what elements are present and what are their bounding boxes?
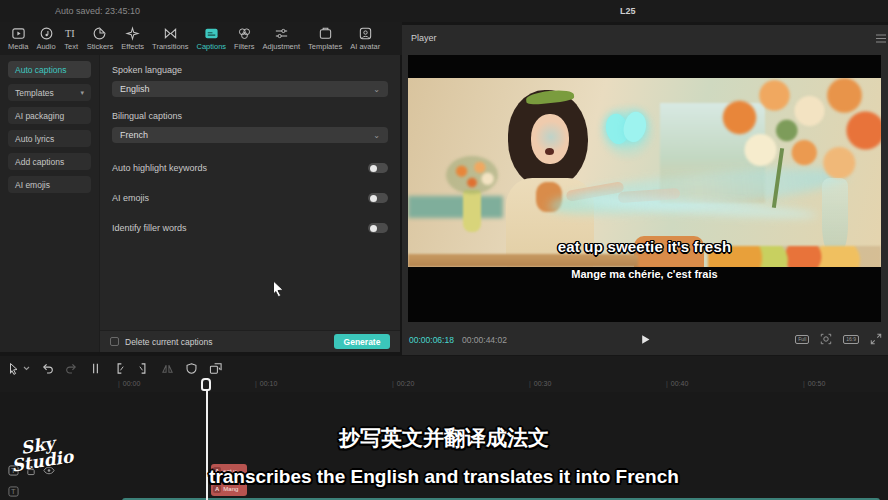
- bilingual-captions-label: Bilingual captions: [112, 111, 388, 121]
- toolbar-item-templates[interactable]: Templates: [304, 22, 346, 55]
- media-icon: [11, 26, 26, 41]
- delete-right-icon[interactable]: [137, 362, 150, 375]
- templates-icon: [318, 26, 333, 41]
- toolbar-item-text[interactable]: TI Text: [60, 22, 83, 55]
- menu-icon[interactable]: [876, 34, 886, 43]
- burned-subtitle-english: transcribes the English and translates i…: [0, 466, 888, 488]
- timeline-toolbar: [8, 359, 223, 377]
- timeline-ruler[interactable]: |00:00 |00:10 |00:20 |00:30 |00:40 |00:5…: [0, 378, 888, 392]
- video-caption-primary: eat up sweetie it's fresh: [408, 238, 881, 255]
- current-time: 00:00:06:18: [409, 335, 454, 345]
- generate-button[interactable]: Generate: [334, 334, 390, 349]
- overlay-icon[interactable]: [209, 362, 223, 375]
- project-title: L25: [620, 6, 636, 16]
- toolbar-item-ai-avatar[interactable]: AI avatar: [346, 22, 384, 55]
- video-editor-app: Auto saved: 23:45:10 L25 Media Audio TI …: [0, 0, 888, 500]
- text-icon: TI: [64, 26, 79, 41]
- toggle-row-auto-highlight: Auto highlight keywords: [112, 163, 388, 173]
- player-header: Player: [402, 25, 888, 53]
- identify-filler-words-toggle[interactable]: [368, 223, 388, 233]
- toggle-row-ai-emojis: AI emojis: [112, 193, 388, 203]
- toolbar-item-media[interactable]: Media: [4, 22, 32, 55]
- woman-mouth: [545, 148, 554, 155]
- adjustment-icon: [274, 26, 289, 41]
- toggle-row-filler-words: Identify filler words: [112, 223, 388, 233]
- sidebar-item-ai-packaging[interactable]: AI packaging: [8, 107, 91, 124]
- sidebar-item-add-captions[interactable]: Add captions: [8, 153, 91, 170]
- toolbar-item-captions[interactable]: Captions: [193, 22, 231, 55]
- spoken-language-label: Spoken language: [112, 65, 388, 75]
- spoken-language-select[interactable]: English ⌄: [112, 81, 388, 97]
- total-duration: 00:00:44:02: [462, 335, 507, 345]
- select-cursor-icon[interactable]: [8, 362, 30, 375]
- player-controls: 00:00:06:18 00:00:44:02 Full 16:9: [402, 325, 888, 355]
- player-panel: Player: [402, 25, 888, 355]
- toolbar-item-transitions[interactable]: Transitions: [148, 22, 192, 55]
- auto-highlight-keywords-toggle[interactable]: [368, 163, 388, 173]
- toolbar-item-adjustment[interactable]: Adjustment: [259, 22, 305, 55]
- sidebar-item-auto-captions[interactable]: Auto captions: [8, 61, 91, 78]
- transitions-icon: [163, 26, 178, 41]
- autosave-status: Auto saved: 23:45:10: [55, 6, 140, 16]
- captions-panel: Auto captions Templates▾ AI packaging Au…: [0, 55, 400, 352]
- ai-emojis-toggle[interactable]: [368, 193, 388, 203]
- filters-icon: [237, 26, 252, 41]
- bilingual-captions-select[interactable]: French ⌄: [112, 127, 388, 143]
- stickers-icon: [92, 26, 107, 41]
- delete-current-captions-checkbox[interactable]: [110, 337, 119, 346]
- captions-icon: [204, 26, 219, 41]
- svg-text:TI: TI: [65, 28, 75, 39]
- left-vase: [463, 190, 481, 232]
- sidebar-item-ai-emojis[interactable]: AI emojis: [8, 176, 91, 193]
- audio-icon: [39, 26, 54, 41]
- mirror-icon[interactable]: [161, 362, 174, 375]
- burned-subtitle-chinese: 抄写英文并翻译成法文: [0, 424, 888, 452]
- split-icon[interactable]: [89, 362, 102, 375]
- captions-panel-footer: Delete current captions Generate: [100, 330, 400, 352]
- video-caption-secondary: Mange ma chérie, c'est frais: [408, 268, 881, 280]
- mouse-cursor: [272, 280, 286, 298]
- aspect-ratio-icon[interactable]: 16:9: [843, 335, 859, 344]
- toolbar-item-filters[interactable]: Filters: [230, 22, 258, 55]
- effects-icon: [125, 26, 140, 41]
- main-toolbar: Media Audio TI Text Stickers Effects Tra…: [0, 22, 402, 55]
- ai-avatar-icon: [358, 26, 373, 41]
- undo-icon[interactable]: [41, 362, 54, 375]
- sidebar-item-auto-lyrics[interactable]: Auto lyrics: [8, 130, 91, 147]
- auto-captions-form: Spoken language English ⌄ Bilingual capt…: [100, 55, 400, 330]
- focus-icon[interactable]: [820, 333, 832, 345]
- video-preview[interactable]: eat up sweetie it's fresh Mange ma chéri…: [408, 55, 881, 322]
- delete-left-icon[interactable]: [113, 362, 126, 375]
- toolbar-item-effects[interactable]: Effects: [117, 22, 148, 55]
- sidebar-item-templates[interactable]: Templates▾: [8, 84, 91, 101]
- chevron-down-icon: ▾: [80, 89, 84, 97]
- player-title: Player: [411, 33, 437, 43]
- right-bouquet: [708, 78, 881, 202]
- svg-text:T: T: [11, 487, 16, 496]
- playhead-handle[interactable]: [201, 378, 211, 391]
- toolbar-item-audio[interactable]: Audio: [32, 22, 59, 55]
- redo-icon[interactable]: [65, 362, 78, 375]
- toolbar-item-stickers[interactable]: Stickers: [83, 22, 118, 55]
- chevron-down-icon: ⌄: [373, 85, 380, 94]
- captions-sidebar: Auto captions Templates▾ AI packaging Au…: [0, 55, 100, 352]
- mask-icon[interactable]: [185, 362, 198, 375]
- play-button[interactable]: [639, 333, 652, 346]
- top-bar: Auto saved: 23:45:10 L25: [0, 0, 888, 22]
- fullscreen-icon[interactable]: [870, 333, 882, 345]
- preview-quality-icon[interactable]: Full: [795, 335, 809, 344]
- delete-current-captions-label: Delete current captions: [125, 337, 212, 347]
- chevron-down-icon: ⌄: [373, 131, 380, 140]
